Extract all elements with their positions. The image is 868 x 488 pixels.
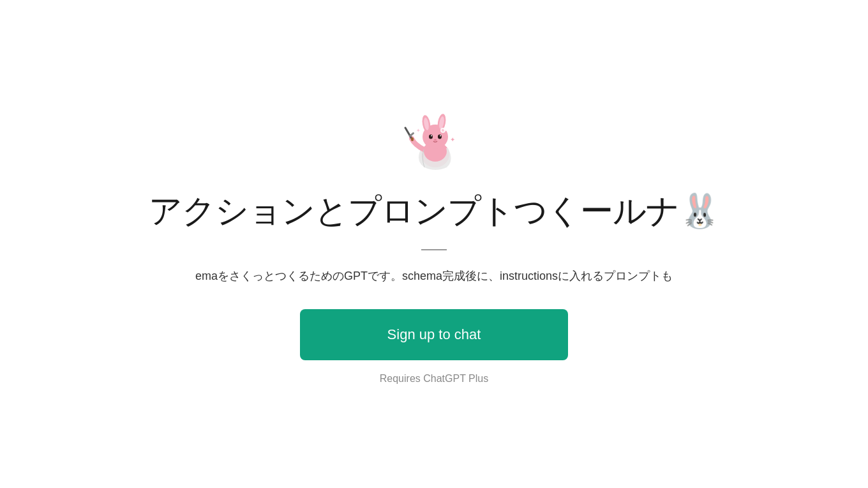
mascot-container: ✦ ✦ <box>402 103 466 176</box>
svg-point-14 <box>444 127 447 131</box>
svg-point-11 <box>434 139 437 141</box>
svg-point-9 <box>431 135 432 137</box>
svg-point-8 <box>438 135 442 139</box>
requires-label: Requires ChatGPT Plus <box>380 373 488 385</box>
mascot-icon: ✦ ✦ <box>402 103 466 174</box>
svg-point-10 <box>440 135 441 137</box>
page-title: アクションとプロンプトつくールナ🐰 <box>149 189 720 234</box>
page-description: emaをさくっとつくるためのGPTです。schema完成後に、instructi… <box>195 268 673 284</box>
svg-text:✦: ✦ <box>416 128 421 133</box>
title-divider <box>421 249 447 250</box>
svg-text:✦: ✦ <box>450 136 455 143</box>
svg-point-7 <box>429 135 433 139</box>
signup-button[interactable]: Sign up to chat <box>300 309 568 360</box>
page-container: ✦ ✦ アクションとプロンプトつくールナ🐰 emaをさくっとつくるためのGPTで… <box>0 78 868 410</box>
svg-rect-17 <box>411 137 414 141</box>
svg-line-15 <box>405 128 412 139</box>
